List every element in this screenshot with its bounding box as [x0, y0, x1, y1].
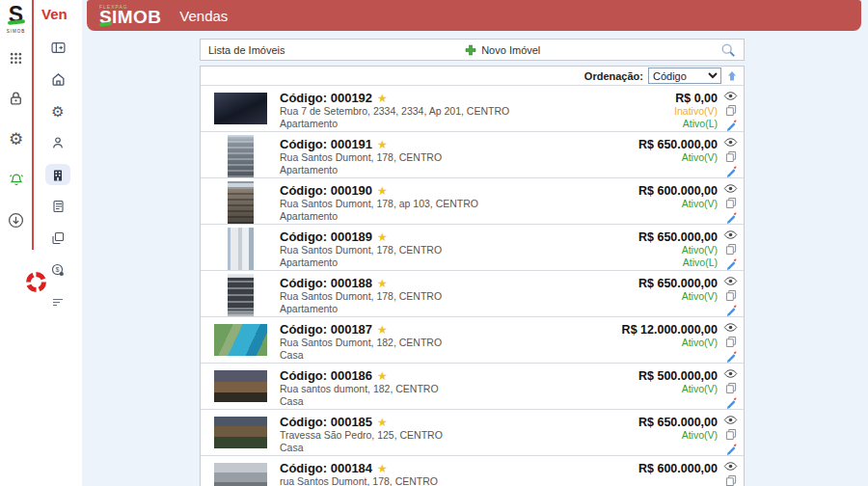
gear-icon[interactable]: ⚙ — [45, 100, 70, 122]
star-icon: ★ — [377, 463, 388, 474]
pencil-icon[interactable] — [723, 396, 739, 409]
thumbnail-cell — [201, 132, 280, 177]
copy-icon[interactable] — [723, 289, 739, 302]
thumbnail-cell — [201, 364, 280, 409]
list-toolbar: Lista de Imóveis Novo Imóvel — [200, 39, 745, 61]
status-label: Ativo(V) — [682, 290, 718, 303]
search-icon[interactable] — [720, 42, 736, 58]
price-status-cell: R$ 12.000.000,00 Ativo(V) — [613, 317, 718, 363]
document-icon[interactable] — [45, 196, 70, 217]
row-actions — [718, 86, 744, 131]
property-type: Casa — [280, 395, 613, 408]
eye-icon[interactable] — [723, 367, 739, 380]
eye-icon[interactable] — [723, 414, 739, 426]
property-photo[interactable] — [228, 135, 254, 177]
sort-up-icon[interactable] — [726, 70, 738, 82]
copy-icon[interactable] — [723, 382, 739, 394]
pencil-icon[interactable] — [723, 304, 739, 316]
eye-icon[interactable] — [723, 275, 739, 287]
pages-icon[interactable] — [45, 228, 70, 249]
property-address: Rua Santos Dumont, 178, CENTRO — [280, 244, 613, 256]
property-photo[interactable] — [214, 370, 267, 402]
property-address: Rua Santos Dumont, 178, CENTRO — [280, 290, 613, 303]
row-actions — [718, 178, 744, 224]
property-info: Código: 000191 ★ Rua Santos Dumont, 178,… — [280, 132, 613, 177]
property-photo[interactable] — [214, 324, 267, 356]
property-type: Apartamento — [280, 118, 613, 130]
sidebar-divider — [32, 0, 34, 250]
property-photo[interactable] — [214, 93, 267, 124]
status-list: Inativo(V)Ativo(L) — [674, 105, 718, 130]
pencil-icon[interactable] — [723, 350, 739, 363]
bell-icon[interactable] — [8, 171, 25, 188]
copy-icon[interactable] — [723, 243, 739, 256]
property-row: Código: 000184 ★ rua Santos Dumont, 178,… — [201, 456, 744, 486]
status-label: Ativo(L) — [683, 256, 718, 269]
property-type: Casa — [280, 442, 613, 454]
property-info: Código: 000188 ★ Rua Santos Dumont, 178,… — [280, 271, 613, 316]
pencil-icon[interactable] — [723, 119, 739, 131]
property-address: Travessa São Pedro, 125, CENTRO — [280, 429, 613, 442]
ordering-select[interactable]: Código — [648, 68, 721, 84]
copy-icon[interactable] — [723, 104, 739, 117]
user-icon[interactable] — [45, 132, 70, 153]
eye-icon[interactable] — [723, 136, 739, 148]
property-address: Rua Santos Dumont, 182, CENTRO — [280, 337, 613, 349]
property-photo[interactable] — [214, 417, 267, 448]
copy-icon[interactable] — [723, 474, 739, 486]
property-info: Código: 000186 ★ Rua santos dumont, 182,… — [280, 364, 613, 409]
property-code: Código: 000188 — [280, 276, 372, 290]
property-photo[interactable] — [228, 228, 254, 270]
star-icon: ★ — [377, 370, 388, 382]
header-brand-logo: FLEXPAG SIMOB — [99, 5, 161, 26]
lifebuoy-icon[interactable] — [26, 272, 46, 292]
property-row: Código: 000189 ★ Rua Santos Dumont, 178,… — [201, 225, 744, 271]
eye-icon[interactable] — [723, 229, 739, 241]
apps-grid-icon[interactable] — [8, 49, 25, 67]
status-label: Ativo(L) — [683, 118, 718, 130]
panel-plus-icon[interactable] — [45, 37, 70, 58]
property-info: Código: 000192 ★ Rua 7 de Setembro, 2334… — [280, 86, 613, 131]
main-area: FLEXPAG SIMOB Vendas Lista de Imóveis No… — [82, 0, 868, 486]
property-list-panel: Ordenação: Código Código: 000192 ★ Rua 7… — [200, 66, 745, 486]
copy-icon[interactable] — [723, 428, 739, 441]
home-icon[interactable] — [45, 68, 70, 90]
copy-icon[interactable] — [723, 197, 739, 209]
pencil-icon[interactable] — [723, 257, 739, 270]
copy-icon[interactable] — [723, 336, 739, 348]
list-lines-icon[interactable] — [45, 291, 70, 312]
pencil-icon[interactable] — [723, 165, 739, 177]
property-row: Código: 000185 ★ Travessa São Pedro, 125… — [201, 410, 744, 456]
property-code: Código: 000184 — [280, 461, 372, 475]
new-property-button[interactable]: Novo Imóvel — [285, 44, 720, 56]
gear-icon[interactable]: ⚙ — [8, 130, 25, 148]
ordering-label: Ordenação: — [584, 70, 643, 82]
eye-icon[interactable] — [723, 321, 739, 334]
building-icon[interactable] — [45, 164, 70, 185]
copy-icon[interactable] — [723, 150, 739, 163]
property-address: Rua Santos Dumont, 178, ap 103, CENTRO — [280, 198, 613, 210]
property-photo[interactable] — [228, 274, 254, 316]
lock-icon[interactable] — [8, 90, 25, 107]
thumbnail-cell — [201, 456, 280, 486]
plus-icon — [465, 44, 476, 56]
status-list: Ativo(V) — [682, 337, 718, 349]
price-status-cell: R$ 650.000,00 Ativo(V) — [613, 132, 718, 177]
list-title: Lista de Imóveis — [208, 44, 285, 56]
eye-icon[interactable] — [723, 90, 739, 102]
pencil-icon[interactable] — [723, 211, 739, 224]
property-info: Código: 000185 ★ Travessa São Pedro, 125… — [280, 410, 613, 455]
status-list: Ativo(V) — [682, 429, 718, 442]
property-photo[interactable] — [214, 463, 267, 486]
coin-icon[interactable]: $ — [45, 259, 70, 281]
property-photo[interactable] — [228, 181, 254, 224]
eye-icon[interactable] — [723, 182, 739, 195]
eye-icon[interactable] — [723, 460, 739, 472]
download-circle-icon[interactable] — [8, 211, 25, 229]
property-type: Casa — [280, 349, 613, 362]
property-info: Código: 000190 ★ Rua Santos Dumont, 178,… — [280, 178, 613, 224]
property-type: Apartamento — [280, 164, 613, 176]
property-price: R$ 12.000.000,00 — [622, 323, 718, 337]
status-label: Inativo(V) — [674, 105, 718, 118]
pencil-icon[interactable] — [723, 443, 739, 455]
